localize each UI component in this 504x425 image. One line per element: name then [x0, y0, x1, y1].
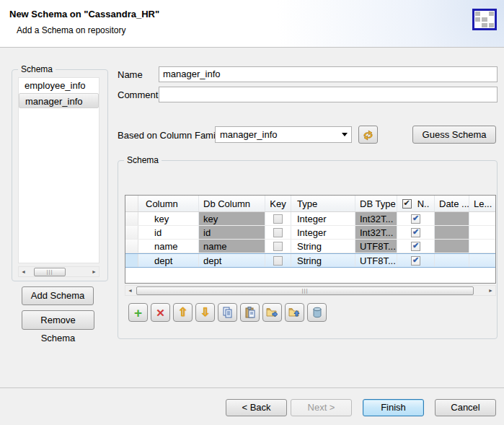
cell-type[interactable]: Integer	[291, 212, 355, 225]
column-header-column[interactable]: Column	[138, 196, 199, 211]
cell-column[interactable]: key	[138, 212, 199, 225]
cell-key[interactable]	[265, 240, 291, 253]
remove-schema-button[interactable]: Remove Schema	[22, 310, 94, 330]
finish-button[interactable]: Finish	[363, 399, 424, 416]
nullable-checkbox[interactable]	[411, 242, 420, 251]
column-header-type[interactable]: Type	[291, 196, 355, 211]
import-schema-button[interactable]	[285, 303, 304, 322]
nullable-checkbox[interactable]	[411, 256, 420, 266]
comment-label: Comment	[118, 89, 158, 100]
column-family-label: Based on Column Family	[118, 130, 222, 141]
cell-db-type[interactable]: UTF8T...	[355, 254, 397, 267]
copy-icon	[222, 307, 234, 318]
plus-icon: +	[134, 306, 142, 320]
cell-key[interactable]	[265, 254, 291, 267]
cell-date[interactable]	[435, 226, 469, 239]
list-item-employee-info[interactable]: employee_info	[19, 78, 99, 93]
cell-db-type[interactable]: UTF8T...	[355, 240, 397, 253]
cell-column[interactable]: name	[138, 240, 199, 253]
scroll-right-icon[interactable]: ►	[89, 267, 99, 276]
list-item-manager-info[interactable]: manager_info	[19, 93, 99, 108]
cell-db-column[interactable]: name	[199, 240, 265, 253]
table-header-row: Column Db Column Key Type DB Type N.. Da…	[125, 196, 495, 212]
schema-list[interactable]: employee_info manager_info	[18, 77, 100, 263]
nullable-header-label: N..	[417, 198, 430, 209]
row-indicator	[125, 254, 138, 267]
new-schema-wizard-dialog: New Schema on "Cassandra_HR" Add a Schem…	[0, 0, 504, 425]
cell-nullable[interactable]	[397, 240, 435, 253]
cell-db-column[interactable]: key	[199, 212, 265, 225]
paste-button[interactable]	[240, 303, 260, 322]
cell-type[interactable]: String	[291, 254, 355, 267]
cell-length[interactable]	[469, 254, 495, 267]
nullable-checkbox[interactable]	[411, 228, 420, 237]
name-input[interactable]: manager_info	[159, 66, 498, 82]
cell-nullable[interactable]	[397, 212, 435, 225]
table-row[interactable]: deptdeptStringUTF8T...	[125, 253, 495, 268]
table-toolbar: + ✕ ⇧ ⇩	[128, 303, 327, 322]
cell-key[interactable]	[265, 212, 291, 225]
refresh-column-family-button[interactable]	[358, 126, 378, 144]
cell-db-type[interactable]: Int32T...	[355, 212, 397, 225]
column-family-value: manager_info	[220, 129, 278, 140]
key-checkbox[interactable]	[273, 242, 283, 251]
cell-key[interactable]	[265, 226, 291, 239]
column-header-date[interactable]: Date ...	[435, 196, 469, 211]
guess-schema-button[interactable]: Guess Schema	[412, 126, 496, 144]
cell-length[interactable]	[469, 226, 495, 239]
scroll-left-icon[interactable]: ◄	[125, 286, 135, 295]
key-checkbox[interactable]	[273, 214, 283, 224]
scroll-right-icon[interactable]: ►	[486, 286, 495, 295]
cell-length[interactable]	[469, 240, 495, 253]
add-row-button[interactable]: +	[128, 303, 148, 322]
schema-list-group-label: Schema	[18, 64, 56, 74]
cell-type[interactable]: Integer	[291, 226, 355, 239]
scroll-left-icon[interactable]: ◄	[19, 267, 28, 276]
export-schema-button[interactable]	[262, 303, 282, 322]
cell-db-column[interactable]: dept	[199, 254, 265, 267]
move-down-button[interactable]: ⇩	[195, 303, 215, 322]
cancel-button[interactable]: Cancel	[435, 399, 496, 416]
scroll-thumb[interactable]: |||	[34, 268, 66, 276]
next-button[interactable]: Next >	[291, 399, 352, 416]
nullable-checkbox[interactable]	[411, 214, 420, 224]
cell-column[interactable]: dept	[138, 254, 199, 267]
add-schema-button[interactable]: Add Schema	[22, 286, 94, 305]
column-header-nullable[interactable]: N..	[397, 196, 435, 211]
table-row[interactable]: ididIntegerInt32T...	[125, 226, 495, 240]
cell-length[interactable]	[469, 212, 495, 225]
cell-date[interactable]	[435, 254, 469, 267]
cell-date[interactable]	[435, 212, 469, 225]
reset-db-types-button[interactable]	[307, 303, 327, 322]
column-header-db-type[interactable]: DB Type	[355, 196, 397, 211]
scroll-thumb[interactable]: |||	[136, 286, 474, 295]
table-hscrollbar[interactable]: ◄ ||| ►	[125, 285, 496, 296]
page-subtitle: Add a Schema on repository	[17, 25, 125, 35]
copy-button[interactable]	[218, 303, 237, 322]
column-header-length[interactable]: Le...	[469, 196, 495, 211]
table-row[interactable]: namenameStringUTF8T...	[125, 240, 495, 253]
select-all-checkbox[interactable]	[402, 199, 412, 209]
cell-db-column[interactable]: id	[199, 226, 265, 239]
schema-list-hscrollbar[interactable]: ◄ ||| ►	[18, 266, 100, 277]
cell-nullable[interactable]	[397, 254, 435, 267]
column-family-select[interactable]: manager_info	[215, 126, 352, 143]
chevron-down-icon	[342, 133, 348, 136]
column-header-key[interactable]: Key	[265, 196, 291, 211]
cell-db-type[interactable]: Int32T...	[355, 226, 397, 239]
back-button[interactable]: < Back	[226, 399, 287, 416]
table-row[interactable]: keykeyIntegerInt32T...	[125, 212, 495, 226]
move-up-button[interactable]: ⇧	[173, 303, 193, 322]
export-folder-icon	[266, 307, 278, 318]
cell-date[interactable]	[435, 240, 469, 253]
comment-input[interactable]	[159, 87, 498, 102]
key-checkbox[interactable]	[273, 228, 283, 237]
arrow-up-icon: ⇧	[178, 307, 187, 318]
cell-column[interactable]: id	[138, 226, 199, 239]
name-label: Name	[118, 69, 143, 80]
cell-nullable[interactable]	[397, 226, 435, 239]
column-header-db-column[interactable]: Db Column	[199, 196, 265, 211]
key-checkbox[interactable]	[273, 256, 283, 266]
delete-row-button[interactable]: ✕	[151, 303, 170, 322]
cell-type[interactable]: String	[291, 240, 355, 253]
